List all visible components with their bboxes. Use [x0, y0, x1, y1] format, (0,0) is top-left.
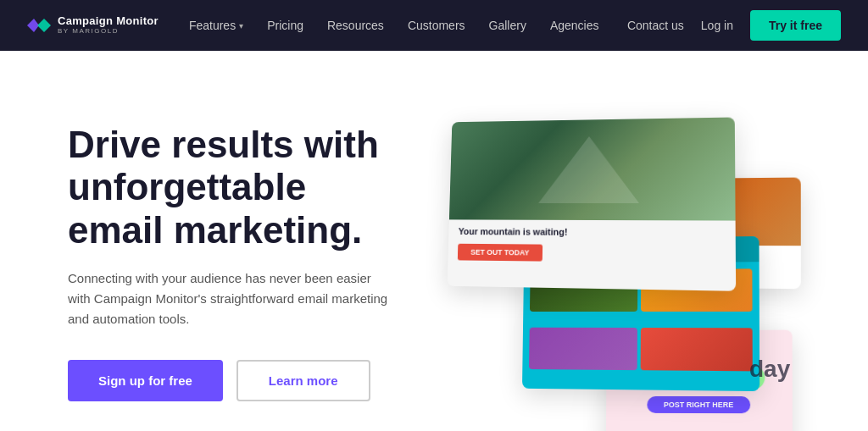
- nav-features[interactable]: Features ▾: [189, 19, 243, 32]
- contact-link[interactable]: Contact us: [627, 19, 684, 32]
- nav-resources[interactable]: Resources: [327, 19, 384, 32]
- nav-right: Contact us Log in Try it free: [627, 10, 841, 41]
- nav-agencies[interactable]: Agencies: [550, 19, 599, 32]
- logo-text: Campaign Monitor by Marigold: [58, 15, 159, 35]
- learn-more-button[interactable]: Learn more: [236, 360, 370, 401]
- product-thumb-3: [529, 328, 637, 370]
- hero-section: Drive results with unforgettable email m…: [0, 51, 868, 431]
- hero-visual: Your mountain is waiting! Set out today …: [393, 102, 800, 423]
- hero-content: Drive results with unforgettable email m…: [68, 124, 393, 402]
- mountain-image: [449, 117, 736, 220]
- mountain-cta: Set out today: [458, 244, 542, 262]
- login-link[interactable]: Log in: [701, 19, 733, 32]
- mountain-headline: Your mountain is waiting!: [448, 219, 736, 245]
- nav-gallery[interactable]: Gallery: [489, 19, 526, 32]
- nav-customers[interactable]: Customers: [408, 19, 465, 32]
- hero-subtitle: Connecting with your audience has never …: [68, 268, 390, 329]
- hero-buttons: Sign up for free Learn more: [68, 360, 393, 401]
- logo-icon: [27, 17, 51, 34]
- email-card-mountain: Your mountain is waiting! Set out today: [448, 117, 737, 290]
- nav-pricing[interactable]: Pricing: [267, 19, 303, 32]
- try-free-button[interactable]: Try it free: [750, 10, 841, 41]
- product-thumb-4: [641, 328, 753, 371]
- navbar: Campaign Monitor by Marigold Features ▾ …: [0, 0, 868, 51]
- logo[interactable]: Campaign Monitor by Marigold: [27, 15, 159, 35]
- nav-left: Campaign Monitor by Marigold Features ▾ …: [27, 15, 599, 35]
- hero-title: Drive results with unforgettable email m…: [68, 124, 393, 252]
- nav-links: Features ▾ Pricing Resources Customers G…: [189, 19, 599, 32]
- chevron-down-icon: ▾: [239, 21, 243, 30]
- day-card: day: [749, 356, 790, 383]
- macaron-cta: Post right here: [647, 396, 750, 413]
- signup-button[interactable]: Sign up for free: [68, 360, 223, 401]
